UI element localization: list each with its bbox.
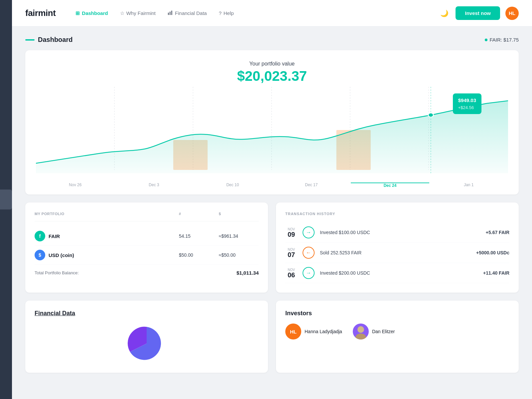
financial-data-card: Financial Data <box>25 301 268 373</box>
list-item: Nov 07 ← Sold 252.5253 FAIR +5000.00 USD… <box>285 243 509 263</box>
investor-item-hl: HL Hanna Ladydjadja <box>285 324 342 339</box>
nav-label-financial: Financial Data <box>175 10 207 16</box>
cards-row: MY PORTFOLIO # $ f FAIR 54.15 ≈$961.34 $ <box>25 202 519 293</box>
portfolio-section-title: MY PORTFOLIO <box>35 212 179 216</box>
tooltip-value: $949.03 <box>458 97 476 104</box>
x-label-dec24: Dec 24 <box>351 183 430 188</box>
list-item: Nov 09 → Invested $100.00 USDC +5.67 FAI… <box>285 222 509 243</box>
usd-coin-icon: $ <box>35 250 45 260</box>
chart-svg <box>36 87 508 180</box>
tooltip-change: +$24.56 <box>458 104 476 111</box>
investor-avatar-hl: HL <box>285 324 301 339</box>
nav-item-help[interactable]: ? Help <box>219 10 234 16</box>
moon-icon: 🌙 <box>440 9 449 17</box>
investor-avatar-dan <box>353 324 369 339</box>
nav-label-dashboard: Dashboard <box>82 10 108 16</box>
nav-label-help: Help <box>223 10 234 16</box>
investor-item-dan: Dan Elitzer <box>353 324 395 339</box>
investor-name-dan: Dan Elitzer <box>372 329 395 334</box>
invest-btn-label: Invest now <box>465 10 491 16</box>
portfolio-col-num: # <box>179 212 219 216</box>
page-content: Dashboard FAIR: $17.75 Your portfolio va… <box>12 27 532 382</box>
portfolio-card: MY PORTFOLIO # $ f FAIR 54.15 ≈$961.34 $ <box>25 202 268 293</box>
tx-month-1: Nov <box>285 227 297 231</box>
avatar[interactable]: HL <box>505 7 519 20</box>
investor-initials-hl: HL <box>290 329 297 334</box>
dark-mode-button[interactable]: 🌙 <box>438 7 450 19</box>
chart-card: Your portfolio value $20,023.37 $949.03 … <box>25 50 519 195</box>
svg-rect-0 <box>168 13 169 15</box>
x-label-dec17: Dec 17 <box>272 183 351 188</box>
portfolio-value: $20,023.37 <box>36 68 508 84</box>
header: fairmint ⊞ Dashboard ☆ Why Fairmint <box>12 0 532 27</box>
financial-data-title[interactable]: Financial Data <box>35 310 259 317</box>
tx-desc-2: Sold 252.5253 FAIR <box>320 250 471 255</box>
table-row: $ USD (coin) $50.00 ≈$50.00 <box>35 246 259 265</box>
tx-amount-1: +5.67 FAIR <box>486 230 509 235</box>
sidebar-handle[interactable] <box>0 190 12 209</box>
bottom-row: Financial Data Investors HL <box>25 301 519 373</box>
nav-item-why[interactable]: ☆ Why Fairmint <box>120 10 156 16</box>
main-nav: ⊞ Dashboard ☆ Why Fairmint Financial Dat… <box>75 10 438 16</box>
x-label-dec10: Dec 10 <box>193 183 272 188</box>
fair-quantity: 54.15 <box>179 233 219 239</box>
investors-row: HL Hanna Ladydjadja Dan Elitzer <box>285 324 509 339</box>
chart-icon <box>168 10 173 16</box>
transaction-history-card: TRANSACTION HISTORY Nov 09 → Invested $1… <box>276 202 519 293</box>
logo-text: fairmint <box>25 8 56 18</box>
tx-day-3: 06 <box>285 272 297 278</box>
transactions-section-title: TRANSACTION HISTORY <box>285 212 509 216</box>
usd-quantity: $50.00 <box>179 252 219 258</box>
fair-coin-icon: f <box>35 231 45 241</box>
dashboard-header: Dashboard FAIR: $17.75 <box>25 36 519 44</box>
tx-desc-3: Invested $200.00 USDC <box>320 270 478 276</box>
tx-day-1: 09 <box>285 231 297 238</box>
table-row: f FAIR 54.15 ≈$961.34 <box>35 227 259 246</box>
dash-bar <box>25 39 35 41</box>
invest-now-button[interactable]: Invest now <box>456 6 500 20</box>
portfolio-label: Your portfolio value <box>36 61 508 67</box>
nav-item-financial[interactable]: Financial Data <box>168 10 207 16</box>
usd-coin-name: USD (coin) <box>49 252 74 258</box>
tx-desc-1: Invested $100.00 USDC <box>320 230 480 235</box>
pie-chart <box>120 324 173 363</box>
header-right: 🌙 Invest now HL <box>438 6 519 20</box>
nav-item-dashboard[interactable]: ⊞ Dashboard <box>75 10 108 16</box>
tx-date-1: Nov 09 <box>285 227 297 238</box>
investors-title: Investors <box>285 310 509 317</box>
tx-month-2: Nov <box>285 248 297 251</box>
pie-chart-container <box>35 324 259 363</box>
x-label-dec3: Dec 3 <box>115 183 194 188</box>
avatar-initials: HL <box>509 10 515 16</box>
tx-amount-3: +11.40 FAIR <box>483 270 509 276</box>
tx-amount-2: +5000.00 USDc <box>476 250 509 255</box>
total-label: Total Portfolio Balance: <box>35 270 79 275</box>
portfolio-table-header: MY PORTFOLIO # $ <box>35 212 259 221</box>
svg-point-13 <box>355 333 366 339</box>
dashboard-title-row: Dashboard <box>25 36 72 44</box>
tx-day-2: 07 <box>285 251 297 258</box>
svg-rect-2 <box>171 11 172 15</box>
portfolio-total-row: Total Portfolio Balance: $1,011.34 <box>35 265 259 276</box>
svg-point-12 <box>357 326 364 333</box>
dashboard-icon: ⊞ <box>75 10 80 16</box>
coin-info-usd: $ USD (coin) <box>35 250 179 260</box>
person-silhouette <box>353 324 369 339</box>
list-item: Nov 06 → Invested $200.00 USDC +11.40 FA… <box>285 263 509 283</box>
tx-date-3: Nov 06 <box>285 268 297 278</box>
total-value: $1,011.34 <box>236 270 259 276</box>
star-icon: ☆ <box>120 10 124 16</box>
fair-value: ≈$961.34 <box>219 233 259 239</box>
page-title: Dashboard <box>38 36 72 44</box>
price-dot <box>485 39 487 41</box>
fair-price: FAIR: $17.75 <box>485 37 519 43</box>
x-label-nov26: Nov 26 <box>36 183 115 188</box>
nav-label-why: Why Fairmint <box>126 10 156 16</box>
chart-header: Your portfolio value $20,023.37 <box>36 61 508 84</box>
tx-sold-icon-2: ← <box>303 247 315 259</box>
tx-invest-icon-1: → <box>303 226 315 238</box>
x-label-jan1: Jan 1 <box>429 183 508 188</box>
chart-tooltip: $949.03 +$24.56 <box>453 93 481 114</box>
usd-value: ≈$50.00 <box>219 252 259 258</box>
chart-container: $949.03 +$24.56 <box>36 87 508 180</box>
